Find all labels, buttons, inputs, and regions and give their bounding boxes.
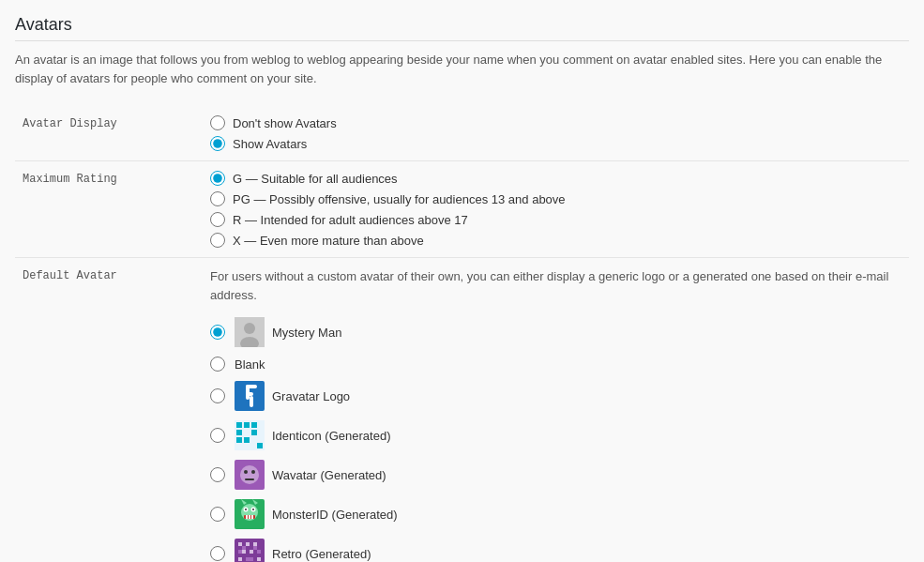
svg-point-26 [245,509,247,510]
svg-rect-35 [238,542,242,546]
svg-point-19 [244,470,248,474]
avatar-display-show-label[interactable]: Show Avatars [233,137,307,151]
svg-rect-9 [236,422,242,428]
svg-rect-14 [244,437,250,443]
svg-rect-10 [236,430,242,435]
rating-g-label[interactable]: G — Suitable for all audiences [233,172,398,186]
svg-rect-38 [238,550,242,554]
svg-rect-5 [246,385,257,388]
avatar-monsterid-option: MonsterID (Generated) [210,499,901,529]
rating-pg-label[interactable]: PG — Possibly offensive, usually for aud… [233,192,566,206]
svg-rect-16 [257,443,263,448]
svg-rect-6 [246,392,253,396]
avatar-retro-radio[interactable] [210,546,225,561]
svg-point-18 [240,465,259,484]
svg-rect-45 [242,546,246,550]
svg-rect-11 [244,422,250,428]
avatar-monsterid-radio[interactable] [210,507,225,522]
settings-form: Avatar Display Don't show Avatars Show A… [15,106,909,562]
svg-rect-12 [236,437,242,443]
avatar-blank-option: Blank [210,357,901,372]
svg-rect-29 [246,515,248,519]
avatar-display-options: Don't show Avatars Show Avatars [203,106,909,161]
avatar-blank-label[interactable]: Blank [235,357,265,372]
svg-rect-36 [246,542,250,546]
identicon-icon [235,420,265,450]
avatar-mystery-option: Mystery Man [210,317,901,347]
svg-rect-13 [251,422,257,428]
svg-rect-39 [242,550,246,554]
maximum-rating-label: Maximum Rating [15,161,203,258]
avatar-wavatar-label[interactable]: Wavatar (Generated) [235,460,386,490]
avatar-display-option-dont-show: Don't show Avatars [210,115,901,130]
rating-x-radio[interactable] [210,233,225,248]
avatar-display-option-show: Show Avatars [210,136,901,151]
svg-rect-21 [245,478,254,480]
avatar-wavatar-option: Wavatar (Generated) [210,460,901,490]
avatar-monsterid-label[interactable]: MonsterID (Generated) [235,499,398,529]
page-description: An avatar is an image that follows you f… [15,51,909,87]
rating-x-label[interactable]: X — Even more mature than above [233,234,424,248]
svg-rect-44 [257,557,261,561]
avatar-mystery-label[interactable]: Mystery Man [235,317,341,347]
avatar-retro-option: Retro (Generated) [210,539,901,562]
page-title: Avatars [15,15,909,41]
mystery-man-icon [235,317,265,347]
avatar-display-row: Avatar Display Don't show Avatars Show A… [15,106,909,161]
svg-rect-46 [253,546,257,550]
wavatar-icon [235,460,265,490]
rating-g-option: G — Suitable for all audiences [210,171,901,186]
rating-r-radio[interactable] [210,212,225,227]
rating-r-option: R — Intended for adult audiences above 1… [210,212,901,227]
default-avatar-description: For users without a custom avatar of the… [210,267,901,304]
maximum-rating-row: Maximum Rating G — Suitable for all audi… [15,161,909,258]
default-avatar-row: Default Avatar For users without a custo… [15,258,909,563]
avatar-retro-label[interactable]: Retro (Generated) [235,539,371,562]
monsterid-icon [235,499,265,529]
maximum-rating-options: G — Suitable for all audiences PG — Poss… [203,161,909,258]
rating-x-option: X — Even more mature than above [210,233,901,248]
rating-g-radio[interactable] [210,171,225,186]
avatar-gravatar-option: Gravatar Logo [210,381,901,411]
svg-point-27 [252,509,254,510]
svg-rect-43 [246,557,253,561]
avatar-display-label: Avatar Display [15,106,203,161]
svg-rect-31 [251,515,253,519]
rating-pg-radio[interactable] [210,191,225,206]
svg-point-1 [244,323,255,334]
svg-rect-41 [257,550,261,554]
avatar-identicon-radio[interactable] [210,428,225,443]
avatar-display-show-radio[interactable] [210,136,225,151]
svg-rect-37 [253,542,257,546]
rating-r-label[interactable]: R — Intended for adult audiences above 1… [233,213,468,227]
rating-pg-option: PG — Possibly offensive, usually for aud… [210,191,901,206]
avatar-identicon-label[interactable]: Identicon (Generated) [235,420,390,450]
avatar-gravatar-label[interactable]: Gravatar Logo [235,381,350,411]
avatar-wavatar-radio[interactable] [210,467,225,482]
avatar-identicon-option: Identicon (Generated) [210,420,901,450]
default-avatar-options: For users without a custom avatar of the… [203,258,909,563]
gravatar-logo-icon [235,381,265,411]
page-wrap: Avatars An avatar is an image that follo… [0,0,924,562]
svg-rect-42 [238,557,242,561]
svg-rect-40 [250,550,253,554]
settings-table: Avatar Display Don't show Avatars Show A… [15,106,909,562]
avatar-gravatar-radio[interactable] [210,388,225,403]
svg-rect-30 [249,515,250,519]
avatar-display-dont-show-radio[interactable] [210,115,225,130]
svg-point-20 [251,470,255,474]
retro-icon [235,539,265,562]
svg-rect-15 [251,430,257,435]
svg-rect-7 [250,396,253,407]
avatar-mystery-radio[interactable] [210,325,225,340]
avatar-display-dont-show-label[interactable]: Don't show Avatars [233,116,337,130]
avatar-blank-radio[interactable] [210,357,225,372]
default-avatar-label: Default Avatar [15,258,203,563]
